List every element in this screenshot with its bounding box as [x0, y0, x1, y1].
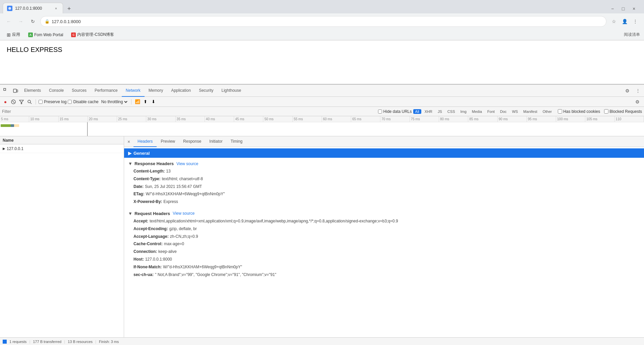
svg-rect-3: [17, 90, 18, 92]
blocked-requests-checkbox[interactable]: [604, 109, 608, 114]
detail-close-button[interactable]: ×: [125, 138, 132, 145]
name-panel: Name ▶ 127.0.0.1: [0, 136, 124, 337]
filter-type-ws[interactable]: WS: [510, 109, 520, 114]
tick-40ms: 40 ms: [205, 116, 234, 122]
minimize-button[interactable]: −: [608, 4, 617, 13]
record-button[interactable]: ●: [2, 98, 9, 105]
header-value-x-powered-by: Express: [163, 199, 178, 205]
favicon-icon: [8, 7, 11, 10]
request-headers-section: ▼ Request Headers View source Accept: te…: [124, 208, 644, 280]
wifi-icon-btn[interactable]: 📶: [134, 98, 141, 105]
tab-console[interactable]: Console: [45, 85, 68, 97]
reader-list-link[interactable]: 阅读清单: [624, 32, 640, 38]
disable-cache-label[interactable]: Disable cache: [68, 99, 98, 104]
forward-icon: →: [18, 19, 23, 24]
filter-type-js[interactable]: JS: [436, 109, 444, 114]
filter-type-other[interactable]: Other: [541, 109, 554, 114]
tick-60ms: 60 ms: [322, 116, 351, 122]
tab-network[interactable]: Network: [122, 85, 145, 97]
devtools-settings-button[interactable]: ⚙: [623, 86, 632, 95]
browser-tab[interactable]: 127.0.0.1:8000 ×: [3, 3, 63, 13]
response-headers-header[interactable]: ▼ Response Headers View source: [124, 160, 644, 167]
tab-memory[interactable]: Memory: [145, 85, 167, 97]
tab-sources[interactable]: Sources: [68, 85, 91, 97]
has-blocked-cookies-checkbox[interactable]: [558, 109, 562, 114]
hide-data-urls-checkbox[interactable]: [378, 110, 382, 114]
filter-type-font[interactable]: Font: [485, 109, 497, 114]
general-section-header[interactable]: ▶ General: [124, 148, 644, 158]
blocked-requests-label[interactable]: Blocked Requests: [604, 109, 642, 114]
header-name-content-length: Content-Length:: [133, 168, 165, 174]
clear-button[interactable]: [10, 98, 17, 105]
tab-application-label: Application: [171, 88, 191, 93]
blocked-requests-text: Blocked Requests: [609, 109, 642, 114]
devtools-more-button[interactable]: ⋮: [633, 86, 643, 95]
upload-icon: ⬆: [144, 99, 147, 104]
svg-rect-1: [4, 88, 6, 90]
detail-tab-preview[interactable]: Preview: [157, 136, 179, 147]
more-icon: ⋮: [636, 88, 640, 93]
request-row-127001[interactable]: ▶ 127.0.0.1: [0, 144, 124, 153]
svg-marker-6: [19, 100, 23, 104]
detail-tab-response[interactable]: Response: [179, 136, 205, 147]
filter-type-doc[interactable]: Doc: [498, 109, 509, 114]
bookmark-fom[interactable]: A Fom Web Portal: [25, 32, 66, 38]
hide-data-urls-label[interactable]: Hide data URLs: [378, 109, 412, 114]
throttle-select[interactable]: No throttling: [100, 99, 128, 105]
maximize-button[interactable]: □: [619, 4, 628, 13]
bookmark-csdn[interactable]: C 内容管理-CSDN博客: [68, 31, 117, 38]
detail-tab-timing[interactable]: Timing: [226, 136, 247, 147]
filter-type-media[interactable]: Media: [470, 109, 484, 114]
forward-button[interactable]: →: [16, 17, 25, 26]
filter-type-css[interactable]: CSS: [445, 109, 457, 114]
download-button[interactable]: ⬇: [150, 98, 157, 105]
request-view-source-link[interactable]: View source: [173, 211, 195, 216]
refresh-button[interactable]: ↻: [28, 17, 38, 26]
request-headers-header[interactable]: ▼ Request Headers View source: [124, 210, 644, 217]
profile-button[interactable]: 👤: [620, 17, 629, 26]
name-column-header: Name: [0, 136, 124, 144]
network-settings-button[interactable]: ⚙: [633, 97, 642, 107]
tab-performance[interactable]: Performance: [91, 85, 122, 97]
page-heading: HELLO EXPRESS: [7, 46, 637, 54]
tab-lighthouse[interactable]: Lighthouse: [217, 85, 245, 97]
close-button[interactable]: ×: [629, 4, 639, 13]
inspect-element-button[interactable]: [1, 86, 11, 95]
tick-105ms: 105 ms: [585, 116, 614, 122]
search-network-button[interactable]: [26, 98, 33, 105]
tab-security[interactable]: Security: [195, 85, 217, 97]
response-view-source-link[interactable]: View source: [176, 161, 198, 166]
filter-type-xhr[interactable]: XHR: [423, 109, 434, 114]
filter-input[interactable]: [2, 109, 377, 114]
new-tab-button[interactable]: +: [64, 4, 74, 13]
status-bar: 1 requests | 177 B transferred | 13 B re…: [0, 337, 644, 345]
detail-tab-headers[interactable]: Headers: [133, 136, 157, 147]
upload-button[interactable]: ⬆: [142, 98, 149, 105]
header-value-host: 127.0.0.1:8000: [145, 257, 172, 262]
tab-close-button[interactable]: ×: [53, 6, 59, 11]
back-icon: ←: [6, 19, 11, 24]
header-name-accept-encoding: Accept-Encoding:: [133, 226, 168, 232]
bookmark-apps[interactable]: ⊞ 应用: [4, 31, 23, 38]
timeline-bar-wait: [1, 124, 19, 127]
has-blocked-cookies-label[interactable]: Has blocked cookies: [558, 109, 600, 114]
preserve-log-checkbox[interactable]: [39, 100, 43, 104]
star-button[interactable]: ☆: [609, 17, 619, 26]
filter-type-all[interactable]: All: [413, 109, 421, 114]
tab-application[interactable]: Application: [167, 85, 195, 97]
tab-lighthouse-label: Lighthouse: [221, 88, 241, 93]
filter-button[interactable]: [18, 98, 25, 105]
row-arrow: ▶: [3, 147, 5, 150]
tab-elements[interactable]: Elements: [20, 85, 45, 97]
url-bar[interactable]: 🔒 127.0.0.1:8000: [40, 16, 606, 27]
filter-type-manifest[interactable]: Manifest: [521, 109, 539, 114]
filter-type-img[interactable]: Img: [458, 109, 468, 114]
disable-cache-checkbox[interactable]: [68, 100, 72, 104]
device-toggle-button[interactable]: [11, 86, 20, 95]
detail-tab-initiator[interactable]: Initiator: [205, 136, 226, 147]
request-headers-arrow: ▼: [128, 211, 132, 216]
menu-button[interactable]: ⋮: [631, 17, 640, 26]
back-button[interactable]: ←: [4, 17, 13, 26]
preserve-log-label[interactable]: Preserve log: [39, 99, 66, 104]
tick-110: 110: [615, 116, 644, 122]
